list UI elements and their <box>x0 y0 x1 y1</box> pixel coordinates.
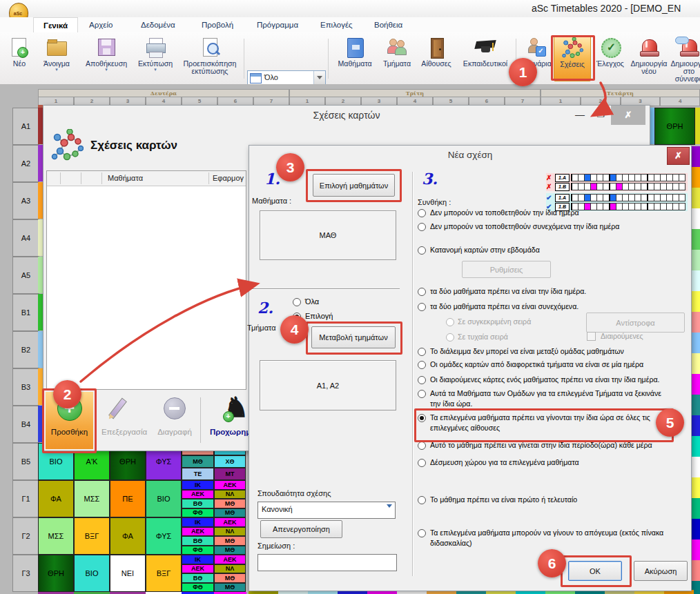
menu-tab-1[interactable]: Γενικά <box>33 17 78 33</box>
row-label-A3[interactable]: A3 <box>12 182 39 219</box>
timetable-cell[interactable]: ΒΞΓ <box>146 555 182 592</box>
condition-radio-5[interactable] <box>418 303 426 311</box>
timetable-mini-cell[interactable]: ΝΛ <box>214 490 246 499</box>
classrooms-button[interactable]: Αίθουσες <box>417 36 456 80</box>
condition-label-10[interactable]: Οι διαιρούμενες κάρτες ενός μαθήματος πρ… <box>430 375 660 385</box>
check-button[interactable]: ✓ Έλεγχος <box>592 36 628 80</box>
classes-all-label[interactable]: Όλα <box>305 297 319 307</box>
timetable-mini-cell[interactable]: ΜΘ <box>182 455 214 468</box>
classes-select-label[interactable]: Επιλογή <box>305 311 333 321</box>
timetable-mini-cell[interactable]: ΦΘ <box>182 583 214 593</box>
row-label-A1[interactable]: A1 <box>12 108 39 145</box>
delete-relation-button[interactable]: Διαγραφή <box>153 392 197 449</box>
condition-radio-14[interactable] <box>418 459 426 467</box>
condition-label-6[interactable]: Σε συγκεκριμένη σειρά <box>458 317 531 327</box>
print-preview-button[interactable]: Προεπισκόπηση εκτύπωσης <box>178 36 242 80</box>
condition-label-15[interactable]: Το μάθημα πρέπει να είναι πρώτο ή τελευτ… <box>430 495 577 505</box>
timetable-cell[interactable]: ΒΙΟ <box>146 480 182 517</box>
row-label-A2[interactable]: A2 <box>12 145 39 182</box>
importance-select[interactable]: Κανονική <box>257 502 396 519</box>
timetable-mini-cell[interactable]: ΜΘ <box>214 583 246 593</box>
condition-radio-1[interactable] <box>418 209 426 217</box>
condition-radio-4[interactable] <box>418 288 426 296</box>
close-button[interactable]: ✗ <box>611 106 645 125</box>
condition-radio-7[interactable] <box>446 333 454 341</box>
condition-label-2[interactable]: Δεν μπορούν να τοποθετηθούν συνεχόμενα τ… <box>430 221 619 232</box>
condition-label-11[interactable]: Αυτά τα Μαθήματα των Ομάδων για τα επιλε… <box>430 388 668 409</box>
generate-cloud-button[interactable]: Δημιουργία στο σύννεφο <box>670 36 700 80</box>
timetable-mini-cell[interactable]: ΝΛ <box>214 564 246 574</box>
condition-radio-3[interactable] <box>418 246 426 255</box>
column-applied[interactable]: Εφαρμογ <box>213 174 244 182</box>
timetable-mini-cell[interactable]: ΑΕΚ <box>214 555 246 564</box>
timetable-mini-cell[interactable]: ΜΘ <box>214 536 246 546</box>
edit-relation-button[interactable]: Επεξεργασία <box>99 392 150 449</box>
row-label-Γ2[interactable]: Γ2 <box>12 517 39 555</box>
timetable-mini-cell[interactable]: ΙΚ <box>182 480 214 490</box>
timetable-mini-cell[interactable]: ΒΘ <box>182 499 214 508</box>
row-label-B5[interactable]: B5 <box>12 443 39 480</box>
menu-tab-3[interactable]: Δεδομένα <box>131 17 185 32</box>
close-icon[interactable]: ✗ <box>667 147 690 165</box>
condition-radio-16[interactable] <box>418 529 426 537</box>
condition-radio-2[interactable] <box>418 223 426 231</box>
timetable-mini-cell[interactable]: ΙΚ <box>182 517 214 527</box>
timetable-mini-cell[interactable]: ΦΘ <box>182 508 214 518</box>
maximize-button[interactable]: ❐ <box>593 109 608 121</box>
timetable-mini-cell[interactable]: ΒΘ <box>182 573 214 583</box>
condition-radio-11[interactable] <box>418 390 426 398</box>
menu-tab-5[interactable]: Πρόγραμμα <box>247 17 308 32</box>
timetable-mini-cell[interactable]: ΜΘ <box>214 546 246 555</box>
timetable-mini-cell[interactable]: ΑΕΚ <box>214 480 246 490</box>
minimize-button[interactable]: — <box>572 109 587 121</box>
timetable-cell[interactable]: ΜΣΣ <box>74 480 110 517</box>
condition-label-3[interactable]: Κατανομή καρτών στην εβδομάδα <box>430 245 540 255</box>
timetable-mini-cell[interactable]: ΤΕ <box>182 468 214 480</box>
timetable-mini-cell[interactable]: ΜΘ <box>214 499 246 508</box>
timetable-mini-cell[interactable]: ΑΕΚ <box>182 527 214 537</box>
open-button[interactable]: Άνοιγμα▾ <box>35 36 79 80</box>
timetable-mini-cell[interactable]: ΜΘ <box>214 508 246 518</box>
relations-list[interactable]: Μαθήματα Εφαρμογ <box>46 170 246 390</box>
timetable-mini-cell[interactable]: ΜΤ <box>214 468 246 480</box>
menu-tab-4[interactable]: Προβολή <box>192 17 243 32</box>
row-label-Γ1[interactable]: Γ1 <box>12 480 39 517</box>
condition-radio-15[interactable] <box>418 496 426 504</box>
timetable-cell[interactable]: ΘΡΗ <box>654 108 695 145</box>
deactivate-button[interactable]: Απενεργοποίηση <box>260 520 342 538</box>
row-label-B3[interactable]: B3 <box>12 368 39 406</box>
timetable-mini-cell[interactable]: ΑΕΚ <box>214 517 246 527</box>
timetable-cell[interactable]: ΘΡΗ <box>38 555 74 592</box>
divided-checkbox[interactable] <box>587 332 596 341</box>
timetable-mini-cell[interactable]: ΧΘ <box>214 455 246 468</box>
condition-radio-10[interactable] <box>418 376 426 384</box>
new-button[interactable]: + Νέο <box>6 36 33 80</box>
timetable-cell[interactable]: ΦΥΣ <box>146 517 182 555</box>
timetable-mini-cell[interactable]: ΜΘ <box>214 573 246 583</box>
timetable-mini-cell[interactable]: ΦΘ <box>182 546 214 555</box>
row-label-A5[interactable]: A5 <box>12 257 39 294</box>
condition-radio-6[interactable] <box>446 318 454 326</box>
timetable-mini-cell[interactable]: ΒΘ <box>182 536 214 546</box>
condition-label-9[interactable]: Οι ομάδες καρτών από διαφορετικά τμήματα… <box>430 359 643 370</box>
menu-tab-6[interactable]: Επιλογές <box>311 17 362 32</box>
classes-all-radio[interactable] <box>293 298 301 306</box>
row-label-A4[interactable]: A4 <box>12 219 39 257</box>
timetable-mini-cell[interactable]: ΑΕΚ <box>182 490 214 499</box>
timetable-cell[interactable]: ΒΞΓ <box>74 517 110 555</box>
cancel-button[interactable]: Ακύρωση <box>634 561 688 581</box>
timetable-cell[interactable]: ΜΣΣ <box>38 517 74 555</box>
timetable-mini-cell[interactable]: ΙΚ <box>182 555 214 564</box>
row-label-B1[interactable]: B1 <box>12 294 39 331</box>
settings-button[interactable]: Ρυθμίσεις <box>462 261 551 278</box>
row-label-Γ3[interactable]: Γ3 <box>12 555 39 592</box>
print-button[interactable]: Εκτύπωση▾ <box>134 36 177 80</box>
menu-tab-2[interactable]: Αρχείο <box>79 17 122 32</box>
timetable-cell[interactable]: ΒΙΟ <box>74 555 110 592</box>
timetable-cell[interactable]: ΦΑ <box>38 480 74 517</box>
generate-new-button[interactable]: Δημιουργία νέου <box>630 36 668 80</box>
note-input[interactable] <box>257 554 397 571</box>
condition-label-16[interactable]: Τα επιλεγμένα μαθήματα μπορούν να γίνουν… <box>430 528 665 548</box>
reverse-button[interactable]: Αντίστροφα <box>586 313 685 333</box>
condition-label-8[interactable]: Το διάλειμμα δεν μπορεί να είναι μεταξύ … <box>430 346 624 357</box>
